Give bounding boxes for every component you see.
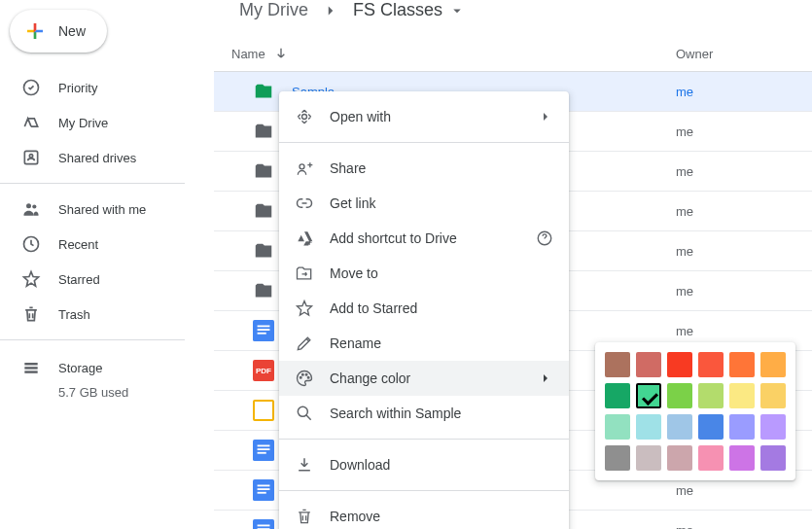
menu-item-remove[interactable]: Remove (279, 499, 569, 529)
color-swatch[interactable] (760, 414, 786, 440)
new-button[interactable]: New (10, 10, 107, 53)
menu-item-rename[interactable]: Rename (279, 326, 569, 361)
sidebar-item-recent[interactable]: Recent (0, 227, 194, 262)
slides-icon (253, 400, 274, 421)
color-swatch[interactable] (667, 383, 692, 408)
file-owner: me (676, 85, 812, 99)
color-swatch[interactable] (667, 352, 692, 377)
svg-point-2 (29, 155, 32, 158)
menu-item-open-with[interactable]: Open with (279, 99, 569, 134)
priority-icon (21, 78, 41, 97)
column-header-owner[interactable]: Owner (676, 47, 812, 61)
file-owner: me (676, 244, 812, 259)
divider (279, 490, 569, 491)
menu-item-search-within[interactable]: Search within Sample (279, 396, 569, 431)
breadcrumb-current[interactable]: FS Classes (353, 0, 466, 20)
menu-item-download[interactable]: Download (279, 447, 569, 482)
menu-item-move-to[interactable]: Move to (279, 256, 569, 291)
sidebar-item-label: Trash (58, 307, 90, 322)
color-swatch[interactable] (760, 445, 786, 471)
color-swatch[interactable] (636, 414, 661, 440)
sidebar-item-trash[interactable]: Trash (0, 297, 194, 332)
color-swatch[interactable] (698, 445, 724, 471)
pdf-icon: PDF (253, 360, 274, 381)
folder-icon (253, 240, 274, 262)
breadcrumb-current-label: FS Classes (353, 0, 442, 20)
sidebar-item-label: Shared with me (58, 202, 146, 217)
menu-item-change-color[interactable]: Change color (279, 361, 569, 396)
color-swatch[interactable] (698, 414, 724, 440)
sidebar-item-label: My Drive (58, 116, 108, 130)
color-swatch[interactable] (667, 445, 692, 471)
svg-rect-21 (253, 519, 274, 529)
column-header-name[interactable]: Name (231, 46, 676, 61)
chevron-right-icon (322, 2, 339, 19)
file-owner: me (676, 204, 812, 219)
sidebar-item-shareddrives[interactable]: Shared drives (0, 140, 194, 175)
menu-item-add-shortcut[interactable]: + Add shortcut to Drive (279, 221, 569, 256)
context-menu: Open with Share Get link + Add shortcut … (279, 91, 569, 529)
sidebar-item-label: Shared drives (58, 151, 136, 165)
help-icon[interactable] (536, 229, 553, 247)
svg-point-3 (26, 203, 31, 208)
palette-icon (295, 369, 314, 388)
table-header: Name Owner (214, 34, 812, 72)
color-swatch[interactable] (729, 383, 755, 408)
color-swatch[interactable] (636, 352, 661, 377)
svg-point-26 (300, 164, 304, 169)
color-swatch[interactable] (698, 383, 724, 408)
color-swatch[interactable] (636, 445, 661, 471)
new-button-label: New (58, 23, 86, 39)
file-owner: me (676, 523, 812, 530)
doc-icon (253, 440, 274, 461)
sidebar-item-mydrive[interactable]: My Drive (0, 105, 194, 140)
sidebar-item-starred[interactable]: Starred (0, 262, 194, 297)
color-picker (595, 342, 795, 480)
sidebar-item-label: Starred (58, 272, 100, 287)
divider (0, 183, 185, 184)
menu-item-get-link[interactable]: Get link (279, 186, 569, 221)
open-with-icon (295, 107, 314, 126)
svg-rect-7 (24, 367, 37, 370)
breadcrumb: My Drive FS Classes (214, 0, 812, 34)
folder-icon (253, 200, 274, 222)
color-swatch[interactable] (729, 414, 755, 440)
breadcrumb-root[interactable]: My Drive (239, 0, 308, 20)
menu-item-label: Open with (330, 109, 391, 124)
svg-point-30 (302, 373, 304, 375)
menu-item-label: Add shortcut to Drive (330, 230, 457, 246)
color-swatch[interactable] (698, 352, 724, 377)
color-swatch[interactable] (729, 352, 755, 377)
star-icon (295, 299, 314, 318)
chevron-right-icon (538, 109, 553, 124)
file-owner: me (676, 164, 812, 179)
plus-icon (23, 19, 47, 43)
menu-item-add-starred[interactable]: Add to Starred (279, 291, 569, 326)
menu-item-label: Share (330, 160, 366, 176)
color-swatch[interactable] (636, 383, 661, 408)
sidebar-item-priority[interactable]: Priority (0, 70, 194, 105)
svg-point-32 (307, 376, 309, 378)
menu-item-label: Change color (330, 370, 410, 386)
color-swatch[interactable] (760, 383, 786, 408)
color-swatch[interactable] (605, 414, 630, 440)
sidebar-item-sharedwithme[interactable]: Shared with me (0, 192, 194, 227)
sidebar-item-storage[interactable]: Storage (0, 348, 194, 381)
doc-icon (253, 320, 274, 341)
color-swatch[interactable] (729, 445, 755, 471)
color-swatch[interactable] (605, 352, 630, 377)
color-swatch[interactable] (605, 445, 630, 471)
move-icon (295, 264, 314, 283)
storage-icon (21, 358, 41, 377)
svg-rect-15 (258, 448, 270, 450)
menu-item-label: Rename (330, 335, 381, 351)
color-swatch[interactable] (760, 352, 786, 377)
svg-rect-6 (24, 363, 37, 366)
menu-item-label: Remove (330, 509, 380, 524)
svg-point-31 (305, 373, 307, 375)
svg-rect-20 (258, 492, 266, 494)
color-swatch[interactable] (667, 414, 692, 440)
chevron-right-icon (538, 370, 553, 386)
color-swatch[interactable] (605, 383, 630, 408)
menu-item-share[interactable]: Share (279, 151, 569, 186)
